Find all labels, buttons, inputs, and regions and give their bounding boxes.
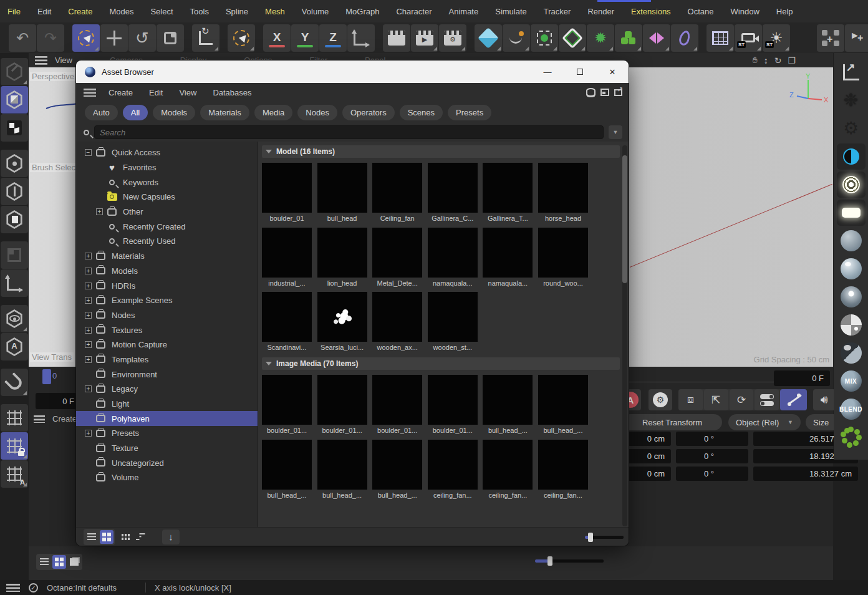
- asset-item[interactable]: round_woo...: [538, 228, 588, 287]
- asset-item[interactable]: boulder_01...: [372, 375, 422, 434]
- expander-icon[interactable]: +: [85, 327, 92, 334]
- keyframe-settings-button[interactable]: ⚙: [649, 389, 672, 410]
- menu-help[interactable]: Help: [776, 7, 793, 16]
- details-view-icon[interactable]: [133, 530, 147, 544]
- expander-icon[interactable]: +: [85, 385, 92, 392]
- material-sphere-split[interactable]: [837, 340, 866, 366]
- key-scale-button[interactable]: ⇱: [704, 389, 728, 410]
- thumbnail-size-slider[interactable]: [585, 536, 624, 539]
- enable-axis-button[interactable]: [1, 241, 28, 269]
- tree-item-templates[interactable]: +Templates: [76, 352, 258, 367]
- render-marked-button[interactable]: ▶: [411, 24, 438, 52]
- expander-icon[interactable]: +: [85, 356, 92, 363]
- material-list-view-button[interactable]: [37, 555, 51, 569]
- zoom-icon[interactable]: ↕: [764, 56, 768, 65]
- menu-select[interactable]: Select: [150, 7, 173, 16]
- deformer-menu[interactable]: [671, 24, 698, 52]
- viewport-nav-icons[interactable]: ✋︎ ↕ ↻ ❐: [753, 53, 796, 67]
- diffuse-material-icon[interactable]: [837, 143, 866, 170]
- generators-menu[interactable]: [531, 24, 558, 52]
- menu-character[interactable]: Character: [396, 7, 432, 16]
- asset-item[interactable]: Gallinera_C...: [428, 163, 478, 222]
- octane-fan-icon[interactable]: ❉: [837, 87, 866, 114]
- edges-mode-button[interactable]: [1, 178, 28, 205]
- metaball-menu[interactable]: [615, 24, 642, 52]
- menu-create[interactable]: Create: [68, 7, 92, 16]
- fields-menu[interactable]: ✹: [587, 24, 614, 52]
- scrollbar-thumb[interactable]: [622, 155, 627, 283]
- tree-item-example-scenes[interactable]: +Example Scenes: [76, 293, 258, 308]
- tab-materials[interactable]: Materials: [200, 105, 249, 120]
- tweak-mode-button[interactable]: [1, 58, 28, 85]
- tab-nodes[interactable]: Nodes: [297, 105, 337, 120]
- menu-tracker[interactable]: Tracker: [544, 7, 571, 16]
- coordinate-system-toggle[interactable]: [347, 24, 375, 52]
- menu-extensions[interactable]: Extensions: [631, 7, 671, 16]
- frame-field-left[interactable]: 0 F: [36, 393, 80, 409]
- tree-item-presets[interactable]: +Presets: [76, 426, 258, 441]
- expander-icon[interactable]: +: [85, 312, 92, 319]
- expander-icon[interactable]: −: [85, 149, 92, 156]
- material-sphere-matte[interactable]: [837, 228, 866, 254]
- menu-simulate[interactable]: Simulate: [495, 7, 527, 16]
- dock-icon[interactable]: [600, 89, 609, 96]
- render-view-button[interactable]: [383, 24, 410, 52]
- asset-item[interactable]: industrial_...: [262, 228, 312, 287]
- asset-grid-scrollbar[interactable]: [622, 145, 627, 526]
- viewport-menu-view[interactable]: View: [55, 56, 72, 65]
- auto-workplane-button[interactable]: A: [1, 460, 28, 488]
- asset-item[interactable]: lion_head: [317, 228, 367, 287]
- hamburger-icon[interactable]: [84, 89, 96, 97]
- asset-item[interactable]: bull_head_...: [317, 440, 367, 499]
- menu-animate[interactable]: Animate: [449, 7, 479, 16]
- search-dropdown-button[interactable]: ▼: [609, 125, 622, 139]
- key-position-button[interactable]: ⧈: [678, 389, 703, 410]
- asset-item[interactable]: Searsia_luci...: [317, 292, 367, 351]
- tree-item-uncategorized[interactable]: Uncategorized: [76, 455, 258, 470]
- menu-render[interactable]: Render: [587, 7, 614, 16]
- axis-x-lock[interactable]: X: [263, 24, 291, 52]
- lock-workplane-button[interactable]: [1, 432, 28, 460]
- workplane-button[interactable]: [1, 404, 28, 432]
- tab-presets[interactable]: Presets: [448, 105, 491, 120]
- workplane-tool[interactable]: [192, 24, 219, 52]
- polygons-mode-button[interactable]: [1, 206, 28, 233]
- reset-transform-button[interactable]: Reset Transform: [622, 414, 722, 430]
- frame-field-right[interactable]: 0 F: [774, 370, 830, 386]
- material-sphere-glossy[interactable]: [837, 256, 866, 282]
- target-light-icon[interactable]: [837, 172, 866, 198]
- tree-item-recently-created[interactable]: Recently Created: [76, 219, 258, 234]
- minimize-button[interactable]: —: [531, 60, 564, 83]
- asset-item[interactable]: boulder_01...: [317, 375, 367, 434]
- points-mode-button[interactable]: [1, 150, 28, 177]
- rotate-tool[interactable]: ↺: [128, 24, 156, 52]
- tree-item-light[interactable]: Light: [76, 397, 258, 412]
- close-button[interactable]: ✕: [596, 60, 629, 83]
- menu-edit[interactable]: Edit: [37, 7, 51, 16]
- model-mode-button[interactable]: [1, 86, 28, 114]
- asset-item[interactable]: bull_head_...: [372, 440, 422, 499]
- expander-icon[interactable]: +: [85, 297, 92, 304]
- asset-item[interactable]: Scandinavi...: [262, 292, 312, 351]
- ab-menu-databases[interactable]: Databases: [213, 88, 251, 97]
- tree-item-new-capsules[interactable]: New Capsules: [76, 190, 258, 205]
- move-tool[interactable]: [100, 24, 128, 52]
- selection-tool[interactable]: [228, 24, 255, 52]
- search-input[interactable]: [94, 125, 604, 139]
- live-selection-tool[interactable]: [72, 24, 100, 52]
- viewport-solo-button[interactable]: [1, 305, 28, 332]
- spline-pen-menu[interactable]: [503, 24, 530, 52]
- asset-item[interactable]: bull_head: [317, 163, 367, 222]
- tab-auto[interactable]: Auto: [85, 105, 118, 120]
- menu-modes[interactable]: Modes: [109, 7, 133, 16]
- tree-item-polyhaven[interactable]: Polyhaven: [76, 411, 258, 426]
- tree-item-quick-access[interactable]: −Quick Access: [76, 145, 258, 160]
- status-menu-icon[interactable]: [6, 584, 20, 592]
- grid-view-icon[interactable]: [100, 530, 113, 544]
- tree-item-recently-used[interactable]: Recently Used: [76, 234, 258, 249]
- expander-icon[interactable]: +: [85, 430, 92, 437]
- tab-media[interactable]: Media: [254, 105, 292, 120]
- asset-browser-titlebar[interactable]: Asset Browser — ✕: [76, 60, 629, 83]
- asset-item[interactable]: boulder_01...: [262, 375, 312, 434]
- timeline-playhead[interactable]: 0: [42, 369, 51, 384]
